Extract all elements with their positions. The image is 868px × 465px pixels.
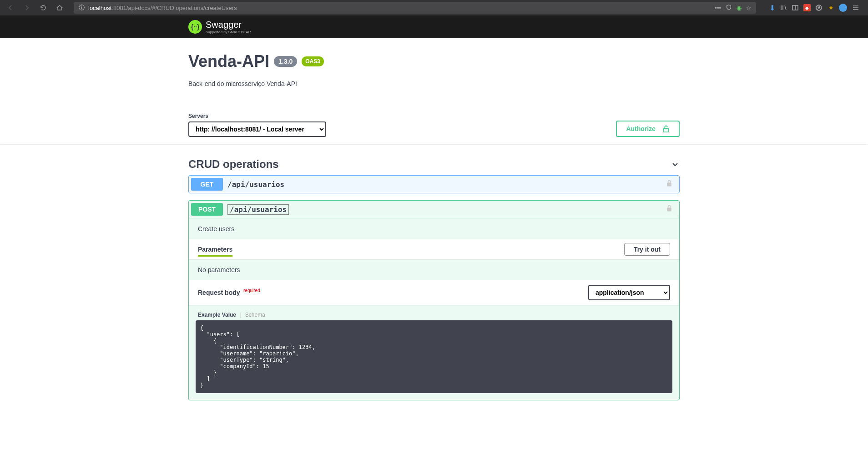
- svg-rect-0: [792, 5, 798, 10]
- method-badge-post: POST: [191, 203, 223, 216]
- swagger-logo-subtext: Supported by SMARTBEAR: [206, 30, 251, 34]
- request-body-label: Request body: [198, 289, 240, 297]
- lock-icon[interactable]: [666, 205, 672, 214]
- required-label: required: [243, 288, 260, 293]
- back-button[interactable]: [4, 1, 17, 15]
- hamburger-icon[interactable]: [852, 4, 860, 11]
- swagger-logo-text: Swagger: [206, 20, 242, 30]
- library-icon[interactable]: [780, 4, 787, 11]
- ext-icon-3[interactable]: [839, 4, 847, 12]
- swagger-header: {··} Swagger Supported by SMARTBEAR: [0, 15, 868, 38]
- svg-rect-8: [667, 182, 671, 186]
- servers-label: Servers: [188, 113, 326, 119]
- home-button[interactable]: [53, 1, 66, 15]
- oas-badge: OAS3: [302, 56, 324, 66]
- url-bar[interactable]: ⓘ localhost:8081/api-docs/#/CRUD operati…: [74, 2, 756, 14]
- authorize-button[interactable]: Authorize: [616, 121, 680, 137]
- api-title: Venda-API 1.3.0 OAS3: [188, 52, 680, 71]
- tag-label: CRUD operations: [188, 158, 279, 171]
- svg-rect-9: [667, 207, 671, 211]
- tab-schema[interactable]: Schema: [245, 312, 265, 318]
- endpoint-path: /api/usuarios: [223, 180, 289, 189]
- lock-icon[interactable]: [666, 180, 672, 189]
- svg-point-3: [818, 6, 820, 8]
- download-icon[interactable]: ⬇: [768, 4, 775, 11]
- svg-rect-7: [664, 128, 669, 132]
- tab-example-value[interactable]: Example Value: [198, 312, 236, 318]
- profile-icon[interactable]: [815, 4, 823, 11]
- request-body-header: Request body required application/json: [189, 280, 679, 305]
- example-tabs: Example Value | Schema: [189, 305, 679, 320]
- circle-icon[interactable]: ◉: [737, 5, 742, 11]
- chevron-down-icon: [671, 160, 680, 169]
- swagger-logo-icon: {··}: [188, 20, 202, 34]
- api-description: Back-end do microsserviço Venda-API: [188, 80, 680, 87]
- info-section: Venda-API 1.3.0 OAS3 Back-end do micross…: [188, 38, 680, 106]
- try-it-out-button[interactable]: Try it out: [624, 243, 670, 256]
- ext-icon-2[interactable]: ✦: [827, 4, 834, 11]
- parameters-label: Parameters: [198, 246, 232, 253]
- scheme-container: Servers http: //localhost:8081/ - Local …: [0, 106, 868, 144]
- example-code[interactable]: { "users": [ { "identificationNumber": 1…: [196, 320, 672, 393]
- opblock-post-usuarios: POST /api/usuarios Create users Paramete…: [188, 200, 680, 400]
- tag-crud-operations[interactable]: CRUD operations: [188, 153, 680, 175]
- parameters-header: Parameters Try it out: [189, 239, 679, 259]
- endpoint-path: /api/usuarios: [227, 204, 289, 215]
- star-icon[interactable]: ☆: [746, 5, 752, 11]
- shield-icon[interactable]: [726, 4, 732, 12]
- version-badge: 1.3.0: [274, 56, 297, 67]
- content-type-select[interactable]: application/json: [588, 285, 670, 300]
- method-badge-get: GET: [191, 178, 223, 191]
- forward-button[interactable]: [20, 1, 34, 15]
- opblock-get-usuarios: GET /api/usuarios: [188, 175, 680, 193]
- operation-description: Create users: [189, 218, 679, 239]
- url-text: localhost:8081/api-docs/#/CRUD operation…: [88, 5, 237, 11]
- browser-toolbar: ⓘ localhost:8081/api-docs/#/CRUD operati…: [0, 0, 868, 15]
- ext-icon-1[interactable]: ◆: [803, 4, 811, 11]
- opblock-summary[interactable]: POST /api/usuarios: [189, 201, 679, 218]
- sidebar-icon[interactable]: [792, 4, 799, 11]
- ellipsis-icon[interactable]: •••: [715, 5, 721, 11]
- swagger-logo: {··} Swagger Supported by SMARTBEAR: [188, 20, 251, 34]
- reload-button[interactable]: [36, 1, 50, 15]
- servers-select[interactable]: http: //localhost:8081/ - Local server: [188, 121, 326, 137]
- info-icon: ⓘ: [78, 5, 85, 11]
- no-parameters-text: No parameters: [189, 259, 679, 280]
- unlock-icon: [662, 125, 670, 133]
- opblock-summary[interactable]: GET /api/usuarios: [189, 176, 679, 193]
- servers-section: Servers http: //localhost:8081/ - Local …: [188, 113, 326, 137]
